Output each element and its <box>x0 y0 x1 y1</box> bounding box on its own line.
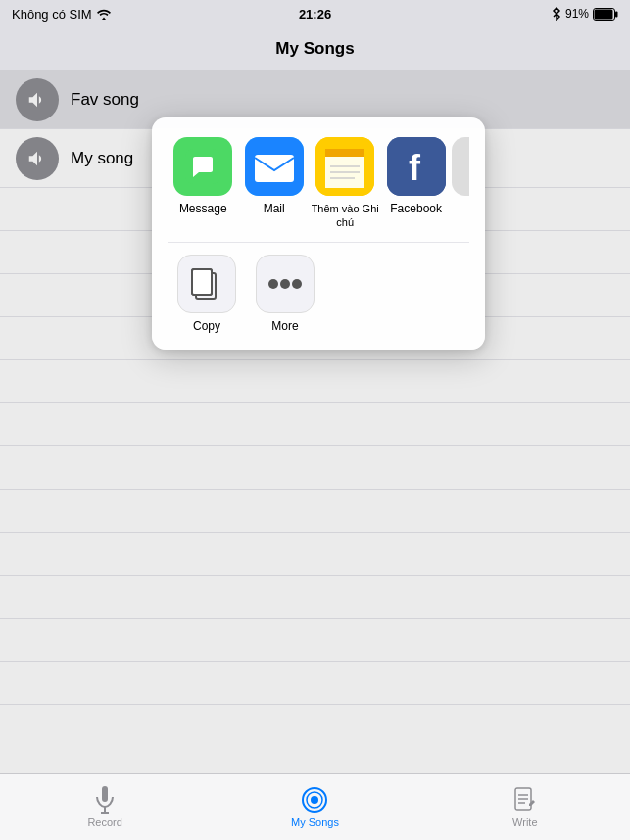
svg-rect-20 <box>102 786 108 802</box>
tab-bar: Record My Songs Write <box>0 773 630 840</box>
svg-rect-5 <box>255 155 294 182</box>
share-popup: Message Mail <box>152 117 485 350</box>
message-label: Message <box>179 202 227 217</box>
share-item-mail[interactable]: Mail <box>238 137 309 217</box>
share-apps-row: Message Mail <box>168 137 469 230</box>
svg-point-19 <box>292 279 302 289</box>
record-icon <box>91 786 119 814</box>
tab-item-record[interactable]: Record <box>0 786 210 828</box>
tab-label-record: Record <box>87 817 121 828</box>
share-divider <box>168 242 469 243</box>
svg-point-17 <box>268 279 278 289</box>
share-item-notes[interactable]: Thêm vào Ghi chú <box>310 137 380 230</box>
share-bottom-row: Copy More <box>168 255 469 335</box>
share-item-more[interactable]: More <box>246 255 324 335</box>
mysongs-icon <box>301 786 328 814</box>
tab-item-write[interactable]: Write <box>420 786 630 828</box>
notes-label: Thêm vào Ghi chú <box>310 202 380 230</box>
svg-point-18 <box>280 279 290 289</box>
share-item-partial <box>452 137 469 196</box>
more-label: More <box>271 319 298 335</box>
message-icon <box>173 137 232 196</box>
svg-rect-16 <box>192 269 212 295</box>
tab-label-write: Write <box>512 817 537 828</box>
mail-icon <box>245 137 304 196</box>
tab-label-mysongs: My Songs <box>291 817 339 828</box>
notes-icon <box>315 137 374 196</box>
tab-item-mysongs[interactable]: My Songs <box>210 786 419 828</box>
svg-rect-7 <box>325 149 364 157</box>
mail-label: Mail <box>264 202 285 217</box>
copy-label: Copy <box>193 319 220 335</box>
facebook-label: Facebook <box>390 202 442 217</box>
facebook-icon: f <box>387 137 446 196</box>
more-icon <box>256 255 315 313</box>
share-item-copy[interactable]: Copy <box>168 255 246 335</box>
svg-point-24 <box>311 796 318 804</box>
write-icon <box>511 786 539 814</box>
copy-icon <box>177 255 236 313</box>
share-item-facebook[interactable]: f Facebook <box>380 137 451 217</box>
svg-text:f: f <box>409 148 421 188</box>
share-item-message[interactable]: Message <box>168 137 238 217</box>
